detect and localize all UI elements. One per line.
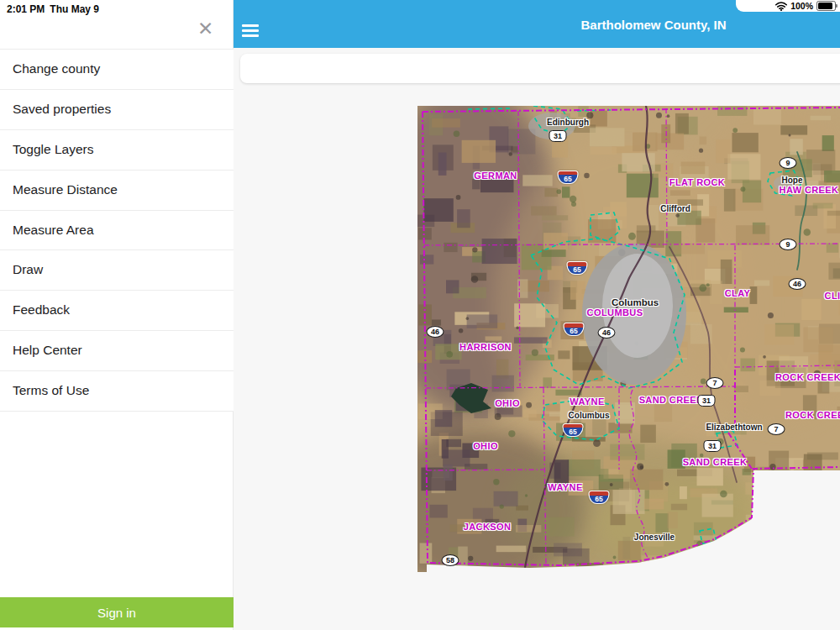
town-label: Jonesville [634, 533, 675, 542]
township-label: ROCK CREEK [775, 372, 840, 382]
close-icon[interactable]: ✕ [197, 19, 213, 39]
state-route-shield-9: 9 [780, 239, 797, 250]
sidebar-item-help-center[interactable]: Help Center [0, 331, 234, 371]
search-bar[interactable] [240, 54, 840, 83]
sidebar-item-measure-area[interactable]: Measure Area [0, 211, 234, 251]
sidebar-item-feedback[interactable]: Feedback [0, 291, 234, 331]
battery-icon [816, 1, 836, 11]
township-label: SAND CREEK [639, 395, 704, 405]
township-label: SAND CREEK [683, 457, 748, 467]
township-label: CLAY [725, 288, 751, 298]
township-label: FLAT ROCK [669, 177, 725, 187]
us-route-shield-31: 31 [704, 440, 722, 452]
township-label: WAYNE [570, 396, 604, 407]
state-route-shield-46: 46 [427, 326, 444, 338]
township-label: WAYNE [548, 482, 582, 492]
sidebar-menu-list: Change countySaved propertiesToggle Laye… [0, 49, 234, 412]
township-label: OHIO [495, 398, 520, 408]
township-label: HARRISON [459, 342, 512, 352]
sidebar-item-terms-of-use[interactable]: Terms of Use [0, 371, 234, 412]
state-route-shield-46: 46 [598, 327, 616, 339]
state-route-shield-58: 58 [442, 554, 459, 566]
town-label: Columbus [569, 411, 610, 420]
hamburger-menu-icon[interactable] [242, 24, 259, 37]
app-root: Bartholomew County, IN 100% [0, 0, 840, 630]
battery-percentage: 100% [790, 1, 813, 11]
clock-date: Thu May 9 [50, 3, 99, 15]
sidebar-item-draw[interactable]: Draw [0, 250, 234, 291]
town-label: Elizabethtown [706, 423, 762, 432]
sidebar-item-measure-distance[interactable]: Measure Distance [0, 171, 234, 211]
township-label: ROCK CREEK [785, 410, 840, 420]
wifi-icon [775, 2, 787, 11]
status-bar-left: 2:01 PMThu May 9 [7, 3, 99, 15]
township-label: COLUMBUS [587, 307, 643, 318]
township-label: CLIFTY [825, 291, 840, 301]
us-route-shield-31: 31 [549, 130, 567, 142]
clock-time: 2:01 PM [7, 3, 45, 15]
township-label: OHIO [473, 441, 498, 451]
status-bar-right: 100% [736, 0, 840, 12]
page-title: Bartholomew County, IN [580, 17, 726, 31]
town-label: Columbus [612, 297, 659, 307]
main-content-area: Bartholomew County, IN 100% [234, 0, 840, 630]
map-canvas[interactable]: GERMANFLAT ROCKHAW CREEKCLAYCLIFTYHARRIS… [417, 106, 840, 572]
sign-in-button[interactable]: Sign in [0, 597, 234, 627]
town-label: Hope [782, 176, 803, 185]
town-label: Edinburgh [547, 118, 589, 127]
sidebar-item-saved-properties[interactable]: Saved properties [0, 90, 234, 130]
township-label: GERMAN [474, 171, 517, 181]
sidebar-item-change-county[interactable]: Change county [0, 50, 234, 90]
state-route-shield-7: 7 [768, 423, 785, 435]
township-label: JACKSON [464, 522, 512, 532]
us-route-shield-31: 31 [698, 395, 716, 407]
township-label: HAW CREEK [780, 185, 839, 195]
state-route-shield-7: 7 [706, 377, 724, 389]
state-route-shield-9: 9 [780, 157, 797, 169]
sidebar-menu: 2:01 PMThu May 9 ✕ Change countySaved pr… [0, 0, 234, 630]
town-label: Clifford [660, 204, 690, 213]
sidebar-item-toggle-layers[interactable]: Toggle Layers [0, 130, 234, 171]
state-route-shield-46: 46 [789, 278, 806, 290]
